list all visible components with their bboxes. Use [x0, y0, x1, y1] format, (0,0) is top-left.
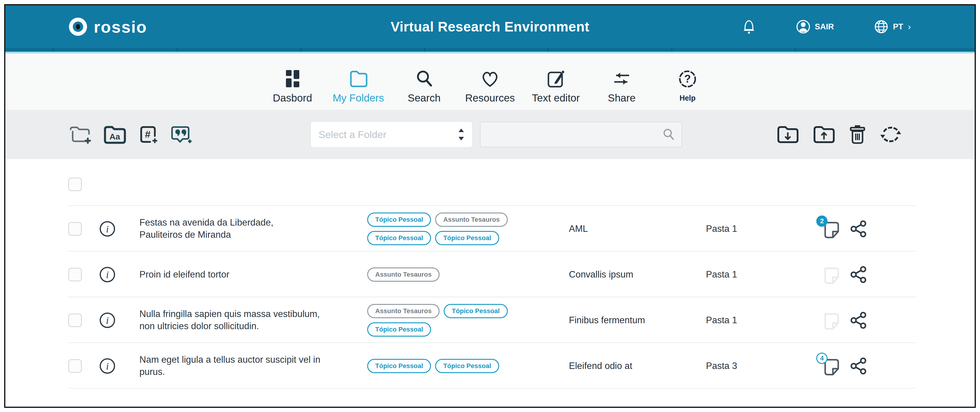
notes-count-badge: 4	[816, 353, 827, 364]
notes-icon[interactable]: 2	[821, 219, 841, 239]
add-tag-icon[interactable]: #	[137, 124, 159, 145]
svg-text:i: i	[106, 224, 108, 235]
main-nav: Dasbord My Folders Search Resources	[5, 53, 975, 110]
folder-cell: Pasta 1	[706, 269, 813, 280]
svg-text:?: ?	[684, 73, 691, 85]
export-folder-icon[interactable]	[812, 124, 836, 145]
select-spinner-icon	[458, 127, 465, 142]
user-icon	[796, 19, 811, 34]
notes-icon[interactable]: 4	[821, 356, 841, 376]
item-title[interactable]: Proin id eleifend tortor	[139, 268, 353, 281]
user-menu[interactable]: SAIR	[796, 19, 834, 34]
search-field-icon[interactable]	[662, 128, 675, 141]
add-annotation-icon[interactable]	[169, 124, 193, 145]
tag-pill[interactable]: Tópico Pessoal	[435, 231, 499, 245]
tag-pill[interactable]: Tópico Pessoal	[444, 304, 508, 318]
add-folder-icon[interactable]	[68, 124, 92, 145]
tag-pill[interactable]: Assunto Tesauros	[367, 267, 439, 282]
tag-list: Assunto Tesauros	[367, 267, 552, 282]
row-checkbox[interactable]	[68, 313, 82, 327]
share-icon[interactable]	[850, 265, 868, 284]
info-icon[interactable]: i	[99, 358, 116, 374]
subject-cell: Finibus fermentum	[569, 315, 706, 326]
toolbar-right-group	[776, 110, 902, 159]
notes-icon[interactable]	[821, 265, 841, 284]
item-title[interactable]: Nulla fringilla sapien quis massa vestib…	[139, 308, 353, 332]
refresh-icon[interactable]	[879, 124, 902, 145]
svg-text:i: i	[106, 315, 108, 326]
row-actions	[821, 310, 868, 330]
share-icon[interactable]	[850, 356, 868, 375]
item-title[interactable]: Nam eget ligula a tellus auctor suscipit…	[139, 354, 353, 378]
nav-item-share[interactable]: Share	[591, 53, 652, 110]
tag-pill[interactable]: Tópico Pessoal	[367, 359, 431, 373]
row-checkbox[interactable]	[68, 222, 82, 236]
tag-pill[interactable]: Assunto Tesauros	[367, 304, 439, 318]
folder-select-placeholder: Select a Folder	[318, 129, 458, 141]
trash-icon[interactable]	[848, 124, 867, 145]
tag-pill[interactable]: Tópico Pessoal	[367, 212, 431, 227]
tag-list: Assunto TesaurosTópico PessoalTópico Pes…	[367, 304, 552, 337]
svg-text:Aa: Aa	[110, 132, 120, 141]
table-row: i Nam eget ligula a tellus auctor suscip…	[5, 343, 975, 389]
import-folder-icon[interactable]	[776, 124, 800, 145]
nav-item-dashboard[interactable]: Dasbord	[262, 53, 323, 110]
notes-icon[interactable]	[821, 310, 841, 330]
search-input[interactable]	[487, 129, 662, 140]
table-row: i Nulla fringilla sapien quis massa vest…	[5, 297, 975, 343]
table-row: i Proin id eleifend tortor Assunto Tesau…	[5, 252, 975, 297]
top-header: rossio Virtual Research Environment SAIR	[5, 5, 975, 48]
tag-pill[interactable]: Assunto Tesauros	[435, 212, 508, 227]
info-icon[interactable]: i	[99, 266, 116, 283]
row-checkbox[interactable]	[68, 268, 82, 281]
rename-folder-icon[interactable]: Aa	[103, 124, 127, 145]
subject-cell: Convallis ipsum	[569, 269, 706, 280]
row-actions: 4	[821, 356, 868, 376]
my-folders-icon	[348, 69, 369, 88]
user-label: SAIR	[815, 22, 834, 32]
search-icon	[415, 69, 434, 88]
results-table: i Festas na avenida da Liberdade, Paulit…	[5, 159, 975, 389]
select-all-checkbox[interactable]	[68, 177, 82, 191]
nav-item-my-folders[interactable]: My Folders	[328, 53, 389, 110]
tag-pill[interactable]: Tópico Pessoal	[435, 359, 499, 373]
tag-pill[interactable]: Tópico Pessoal	[367, 323, 431, 337]
folder-toolbar: Aa #	[5, 110, 975, 159]
svg-text:i: i	[106, 361, 108, 372]
svg-text:i: i	[106, 269, 108, 280]
header-strip	[5, 48, 975, 53]
bell-icon	[742, 19, 756, 34]
info-icon[interactable]: i	[99, 312, 116, 329]
table-row: i Festas na avenida da Liberdade, Paulit…	[5, 206, 975, 252]
search-box	[480, 122, 682, 147]
folder-cell: Pasta 1	[706, 224, 813, 234]
toolbar-left-group: Aa #	[68, 110, 193, 159]
nav-item-text-editor[interactable]: Text editor	[525, 53, 586, 110]
svg-text:#: #	[145, 129, 151, 140]
folder-cell: Pasta 3	[706, 361, 813, 371]
row-actions	[821, 265, 868, 284]
share-icon[interactable]	[850, 311, 868, 330]
header-actions: SAIR PT ›	[742, 5, 911, 48]
tag-list: Tópico PessoalAssunto TesaurosTópico Pes…	[367, 212, 552, 245]
resources-heart-icon	[480, 69, 500, 88]
row-checkbox[interactable]	[68, 359, 82, 373]
tag-pill[interactable]: Tópico Pessoal	[367, 231, 431, 245]
chevron-right-icon: ›	[908, 22, 911, 32]
subject-cell: AML	[569, 224, 706, 234]
notifications-button[interactable]	[742, 19, 756, 34]
dashboard-icon	[283, 69, 302, 88]
nav-item-help[interactable]: ? Help	[657, 53, 718, 110]
share-icon[interactable]	[850, 219, 868, 238]
share-arrows-icon	[612, 69, 632, 88]
info-icon[interactable]: i	[99, 220, 116, 237]
app-window: rossio Virtual Research Environment SAIR	[4, 4, 976, 408]
subject-cell: Eleifend odio at	[569, 361, 706, 371]
language-selector[interactable]: PT ›	[874, 19, 911, 34]
folder-select[interactable]: Select a Folder	[310, 121, 473, 148]
folder-cell: Pasta 1	[706, 315, 813, 326]
nav-item-resources[interactable]: Resources	[460, 53, 520, 110]
help-icon: ?	[678, 69, 697, 88]
item-title[interactable]: Festas na avenida da Liberdade, Paulitei…	[139, 217, 353, 241]
nav-item-search[interactable]: Search	[394, 53, 455, 110]
